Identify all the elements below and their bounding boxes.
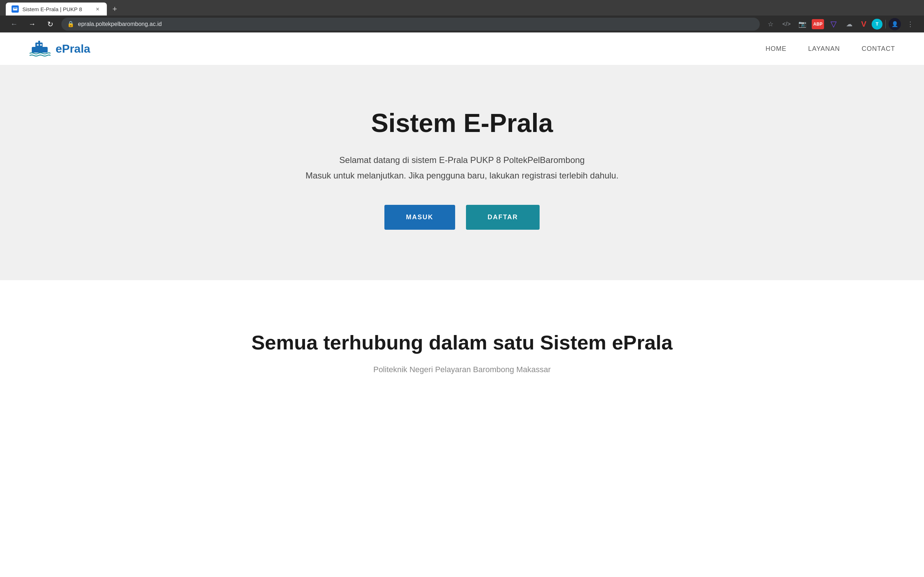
- reload-button[interactable]: ↻: [43, 17, 57, 31]
- logo-text: ePrala: [56, 42, 90, 56]
- info-title: Semua terhubung dalam satu Sistem ePrala: [29, 331, 895, 354]
- nav-layanan[interactable]: LAYANAN: [808, 45, 840, 53]
- tab-favicon: [11, 5, 19, 13]
- svg-rect-3: [37, 44, 39, 46]
- nav-home[interactable]: HOME: [766, 45, 787, 53]
- logo-icon: [29, 39, 50, 59]
- browser-tabs: Sistem E-Prala | PUKP 8 ✕ +: [0, 0, 924, 16]
- devtools-button[interactable]: </>: [780, 18, 793, 31]
- back-button[interactable]: ←: [7, 17, 21, 31]
- svg-rect-0: [13, 8, 17, 10]
- menu-button[interactable]: ⋮: [904, 18, 917, 31]
- vuetify-extension[interactable]: V: [859, 19, 869, 29]
- tab-close-button[interactable]: ✕: [94, 5, 101, 13]
- new-tab-button[interactable]: +: [108, 3, 121, 16]
- tab-title: Sistem E-Prala | PUKP 8: [23, 6, 90, 12]
- teal-extension[interactable]: T: [872, 19, 882, 29]
- toolbar-actions: ☆ </> 📷 ABP ▽ ☁ V T 👤 ⋮: [764, 18, 917, 31]
- address-bar[interactable]: eprala.poltekpelbarombong.ac.id: [78, 21, 754, 27]
- toolbar-divider: [885, 20, 886, 29]
- address-bar-container[interactable]: 🔒 eprala.poltekpelbarombong.ac.id: [61, 18, 760, 31]
- browser-toolbar: ← → ↻ 🔒 eprala.poltekpelbarombong.ac.id …: [0, 16, 924, 32]
- site-nav: HOME LAYANAN CONTACT: [766, 45, 895, 53]
- vpn-extension[interactable]: ▽: [827, 18, 840, 31]
- site-header: ePrala HOME LAYANAN CONTACT: [0, 32, 924, 65]
- bookmark-button[interactable]: ☆: [764, 18, 777, 31]
- hero-subtitle-line2: Masuk untuk melanjutkan. Jika pengguna b…: [29, 168, 895, 183]
- info-section: Semua terhubung dalam satu Sistem ePrala…: [0, 280, 924, 410]
- hero-section: Sistem E-Prala Selamat datang di sistem …: [0, 65, 924, 280]
- profile-button[interactable]: 👤: [888, 18, 901, 30]
- hero-subtitle: Selamat datang di sistem E-Prala PUKP 8 …: [29, 152, 895, 183]
- website-content: ePrala HOME LAYANAN CONTACT Sistem E-Pra…: [0, 32, 924, 410]
- hero-title: Sistem E-Prala: [29, 108, 895, 138]
- svg-rect-4: [40, 44, 42, 46]
- svg-rect-5: [38, 41, 40, 44]
- svg-rect-1: [32, 47, 48, 53]
- site-logo: ePrala: [29, 39, 90, 59]
- info-subtitle: Politeknik Negeri Pelayaran Barombong Ma…: [29, 365, 895, 374]
- lock-icon: 🔒: [67, 21, 74, 27]
- daftar-button[interactable]: DAFTAR: [466, 205, 540, 230]
- nav-contact[interactable]: CONTACT: [861, 45, 895, 53]
- browser-chrome: Sistem E-Prala | PUKP 8 ✕ + ← → ↻ 🔒 epra…: [0, 0, 924, 32]
- hero-buttons: MASUK DAFTAR: [29, 205, 895, 230]
- masuk-button[interactable]: MASUK: [384, 205, 455, 230]
- hero-subtitle-line1: Selamat datang di sistem E-Prala PUKP 8 …: [29, 152, 895, 168]
- cloud-extension[interactable]: ☁: [843, 18, 856, 31]
- screenshot-button[interactable]: 📷: [796, 18, 809, 31]
- forward-button[interactable]: →: [25, 17, 39, 31]
- adblock-extension[interactable]: ABP: [812, 19, 824, 29]
- active-tab[interactable]: Sistem E-Prala | PUKP 8 ✕: [6, 3, 107, 16]
